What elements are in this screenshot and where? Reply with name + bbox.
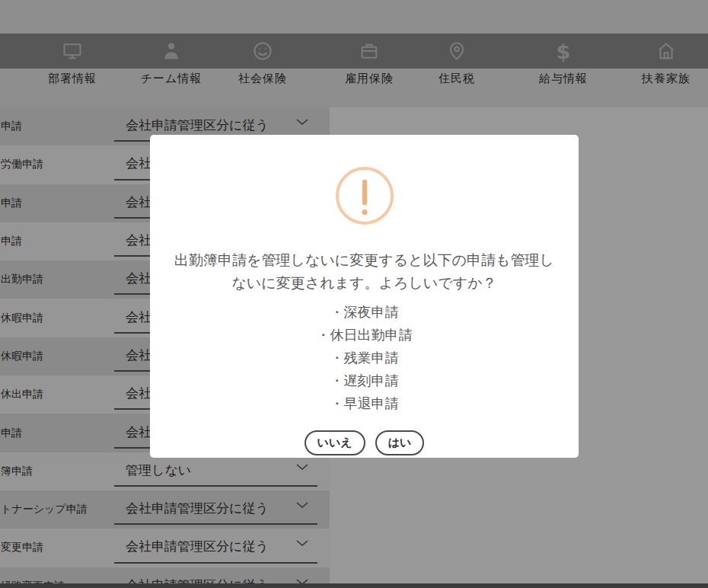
affected-application-item: ・早退申請 xyxy=(150,392,579,415)
affected-application-item: ・遅刻申請 xyxy=(150,369,579,392)
confirmation-dialog: 出勤簿申請を管理しないに変更すると以下の申請も管理しないに変更されます。よろしい… xyxy=(150,135,579,458)
warning-icon xyxy=(336,167,394,225)
affected-application-item: ・深夜申請 xyxy=(150,301,579,324)
warning-exclamation-bar xyxy=(362,180,367,205)
dialog-buttons: いいえ はい xyxy=(150,430,579,455)
dialog-message: 出勤簿申請を管理しないに変更すると以下の申請も管理しないに変更されます。よろしい… xyxy=(168,249,561,295)
affected-application-item: ・休日出勤申請 xyxy=(150,324,579,347)
yes-button[interactable]: はい xyxy=(375,430,425,455)
affected-applications-list: ・深夜申請 ・休日出勤申請 ・残業申請 ・遅刻申請 ・早退申請 xyxy=(150,301,579,415)
affected-application-item: ・残業申請 xyxy=(150,347,579,369)
no-button[interactable]: いいえ xyxy=(305,430,365,455)
warning-exclamation-dot xyxy=(362,209,367,215)
